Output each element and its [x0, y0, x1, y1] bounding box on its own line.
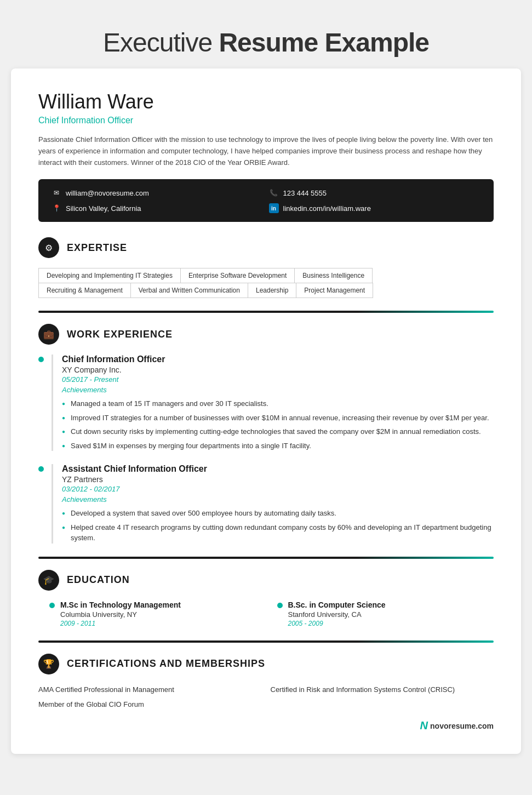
edu-2: B.Sc. in Computer Science Stanford Unive… — [277, 600, 494, 627]
work-header: 💼 WORK EXPERIENCE — [38, 324, 494, 345]
edu-1-degree: M.Sc in Technology Management — [60, 600, 181, 609]
linkedin-icon: in — [269, 203, 279, 213]
job-2-dates: 03/2012 - 02/2017 — [62, 485, 494, 493]
cert-grid: AMA Certified Professional in Management… — [38, 684, 494, 695]
job-1-achievement-3: Cut down security risks by implementing … — [62, 426, 494, 437]
edu-2-wrap: B.Sc. in Computer Science Stanford Unive… — [277, 600, 494, 627]
edu-2-school: Stanford University, CA — [288, 610, 386, 619]
tag-it-strategies: Developing and Implementing IT Strategie… — [38, 268, 181, 283]
resume-header: William Ware Chief Information Officer P… — [38, 90, 494, 168]
certifications-header: 🏆 CERTIFICATIONS AND MEMBERSHIPS — [38, 654, 494, 674]
email-icon: ✉ — [52, 188, 61, 198]
page-title: Executive Resume Example — [11, 11, 521, 68]
section-divider-1 — [38, 311, 494, 313]
section-divider-2 — [38, 557, 494, 559]
job-1-achievement-1: Managed a team of 15 IT managers and ove… — [62, 398, 494, 409]
cert-1: AMA Certified Professional in Management — [38, 684, 262, 695]
education-grid: M.Sc in Technology Management Columbia U… — [38, 600, 494, 627]
candidate-name: William Ware — [38, 90, 494, 113]
edu-2-content: B.Sc. in Computer Science Stanford Unive… — [288, 600, 386, 627]
edu-2-bullet — [277, 603, 283, 608]
edu-1-wrap: M.Sc in Technology Management Columbia U… — [49, 600, 266, 627]
edu-2-degree: B.Sc. in Computer Science — [288, 600, 386, 609]
contact-email: ✉ william@novoresume.com — [52, 188, 264, 198]
job-1-achievement-2: Improved IT strategies for a number of b… — [62, 413, 494, 424]
job-2-achievements-label: Achievements — [62, 495, 494, 504]
work-title: WORK EXPERIENCE — [67, 329, 173, 340]
contact-location: 📍 Silicon Valley, California — [52, 203, 264, 213]
work-experience-section: 💼 WORK EXPERIENCE Chief Information Offi… — [38, 324, 494, 544]
education-icon: 🎓 — [38, 570, 59, 591]
resume-summary: Passionate Chief Information Officer wit… — [38, 134, 494, 168]
job-1-dates: 05/2017 - Present — [62, 375, 494, 384]
expertise-section: ⚙ EXPERTISE Developing and Implementing … — [38, 237, 494, 298]
phone-icon: 📞 — [269, 188, 279, 198]
job-1-content: Chief Information Officer XY Company Inc… — [52, 354, 494, 451]
job-1-bullet — [38, 357, 44, 362]
contact-phone: 📞 123 444 5555 — [269, 188, 481, 198]
job-2-achievement-1: Developed a system that saved over 500 e… — [62, 508, 494, 519]
job-2-achievement-2: Helped create 4 IT research programs by … — [62, 522, 494, 544]
job-2-company: YZ Partners — [62, 475, 494, 484]
job-1-achievements: Managed a team of 15 IT managers and ove… — [62, 398, 494, 451]
tag-enterprise-software: Enterprise Software Development — [180, 268, 295, 283]
brand-n-icon: N — [420, 719, 428, 732]
job-2-content: Assistant Chief Information Officer YZ P… — [52, 464, 494, 544]
cert-2: Certified in Risk and Information System… — [271, 684, 494, 695]
edu-1-dates: 2009 - 2011 — [60, 620, 181, 627]
brand-logo: N novoresume.com — [420, 719, 494, 732]
tag-communication: Verbal and Written Communication — [130, 283, 248, 298]
certifications-section: 🏆 CERTIFICATIONS AND MEMBERSHIPS AMA Cer… — [38, 654, 494, 733]
expertise-title: EXPERTISE — [67, 242, 127, 254]
certifications-title: CERTIFICATIONS AND MEMBERSHIPS — [67, 658, 265, 670]
expertise-row-2: Recruiting & Management Verbal and Writt… — [38, 283, 373, 298]
job-1-company: XY Company Inc. — [62, 365, 494, 374]
edu-2-dates: 2005 - 2009 — [288, 620, 386, 627]
footer-brand: N novoresume.com — [38, 719, 494, 732]
tag-business-intelligence: Business Intelligence — [294, 268, 373, 283]
tag-project-management: Project Management — [296, 283, 373, 298]
candidate-title: Chief Information Officer — [38, 116, 494, 125]
tag-leadership: Leadership — [248, 283, 296, 298]
contact-linkedin: in linkedin.com/in/william.ware — [269, 203, 481, 213]
education-header: 🎓 EDUCATION — [38, 570, 494, 591]
education-section: 🎓 EDUCATION M.Sc in Technology Managemen… — [38, 570, 494, 627]
edu-1: M.Sc in Technology Management Columbia U… — [49, 600, 266, 627]
contact-box: ✉ william@novoresume.com 📞 123 444 5555 … — [38, 179, 494, 222]
job-1-title: Chief Information Officer — [62, 354, 494, 364]
edu-1-bullet — [49, 603, 55, 608]
edu-1-content: M.Sc in Technology Management Columbia U… — [60, 600, 181, 627]
work-icon: 💼 — [38, 324, 59, 345]
expertise-icon: ⚙ — [38, 237, 59, 258]
section-divider-3 — [38, 640, 494, 643]
edu-1-school: Columbia University, NY — [60, 610, 181, 619]
resume-card: William Ware Chief Information Officer P… — [11, 68, 521, 754]
brand-name: novoresume.com — [430, 722, 494, 730]
title-bold: Resume Example — [219, 28, 429, 57]
expertise-tags: Developing and Implementing IT Strategie… — [38, 268, 494, 298]
job-1-achievements-label: Achievements — [62, 386, 494, 394]
membership-1: Member of the Global CIO Forum — [38, 700, 494, 708]
certifications-icon: 🏆 — [38, 654, 59, 674]
expertise-header: ⚙ EXPERTISE — [38, 237, 494, 258]
job-2-title: Assistant Chief Information Officer — [62, 464, 494, 474]
expertise-row-1: Developing and Implementing IT Strategie… — [38, 268, 372, 283]
job-2-bullet — [38, 466, 44, 472]
job-1-achievement-4: Saved $1M in expenses by merging four de… — [62, 441, 494, 451]
job-2: Assistant Chief Information Officer YZ P… — [38, 464, 494, 544]
job-2-achievements: Developed a system that saved over 500 e… — [62, 508, 494, 544]
location-icon: 📍 — [52, 203, 61, 213]
job-1: Chief Information Officer XY Company Inc… — [38, 354, 494, 451]
tag-recruiting: Recruiting & Management — [38, 283, 131, 298]
education-title: EDUCATION — [67, 574, 130, 586]
title-light: Executive — [103, 28, 219, 57]
